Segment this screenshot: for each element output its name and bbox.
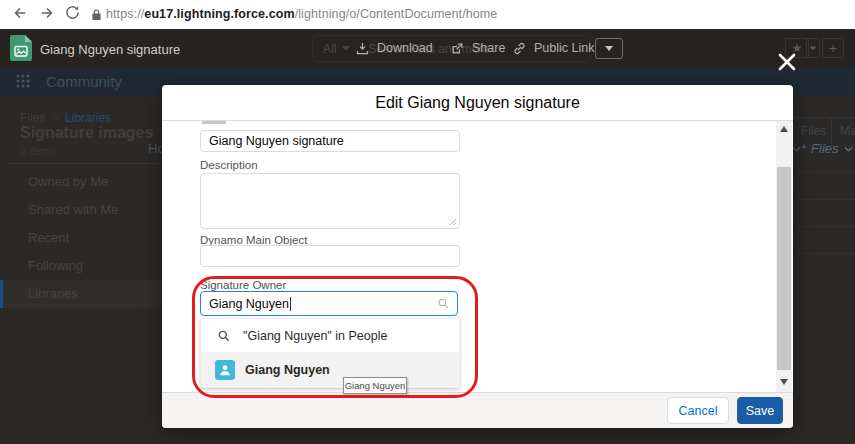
breadcrumb: Files > Libraries (20, 111, 111, 125)
share-icon (450, 41, 465, 56)
bg-tab-files[interactable]: Files (801, 124, 826, 138)
app-launcher-waffle-icon[interactable] (16, 74, 30, 88)
chevron-down-icon (605, 46, 613, 51)
description-label: Description (200, 159, 258, 171)
browser-toolbar: https://eu17.lightning.force.com/lightni… (0, 0, 855, 29)
library-page-title: Signature images (20, 124, 153, 142)
download-button[interactable]: Download (355, 29, 433, 67)
chevron-down-icon (342, 46, 350, 51)
table-row-line (796, 226, 855, 227)
browser-back-icon[interactable] (11, 4, 29, 22)
owner-tooltip: Giang Nguyen (343, 377, 407, 394)
address-bar[interactable]: https://eu17.lightning.force.com/lightni… (106, 7, 497, 21)
download-label: Download (377, 41, 433, 55)
sidebar-item-shared-with-me[interactable]: Shared with Me (28, 196, 148, 224)
link-icon (512, 41, 527, 56)
scroll-up-icon[interactable] (780, 126, 788, 132)
chevron-down-icon (844, 146, 853, 152)
app-name: Community (46, 73, 122, 90)
share-label: Share (472, 41, 505, 55)
public-link-label: Public Link (534, 41, 594, 55)
url-scheme: https:// (106, 7, 144, 21)
sidebar-item-recent[interactable]: Recent (28, 224, 148, 252)
share-button[interactable]: Share (450, 29, 505, 67)
table-row-line (796, 253, 855, 254)
browser-forward-icon[interactable] (38, 4, 56, 22)
modal-header: Edit Giang Nguyen signature (162, 85, 793, 121)
close-icon[interactable] (778, 53, 796, 71)
save-button[interactable]: Save (737, 397, 783, 424)
name-input[interactable] (200, 130, 460, 152)
bg-tab-clipped[interactable]: Ma (840, 124, 855, 138)
active-tab-marker: * (801, 141, 806, 156)
sidebar-item-libraries-selected-row[interactable]: Libraries (0, 280, 162, 308)
modal-scrollbar[interactable] (776, 121, 792, 392)
red-highlight-annotation (192, 276, 478, 398)
url-host: eu17.lightning.force.com (144, 7, 294, 21)
lock-icon (91, 8, 102, 21)
image-file-icon (10, 35, 32, 61)
table-row-line (796, 172, 855, 173)
scroll-down-icon[interactable] (780, 379, 788, 385)
sidebar-item-following[interactable]: Following (28, 252, 148, 280)
file-title: Giang Nguyen signature (40, 42, 180, 57)
tab-strip-border (793, 145, 855, 146)
file-preview-header: Giang Nguyen signature All Search Files … (0, 29, 855, 67)
chevron-down-icon (810, 46, 816, 50)
modal-title: Edit Giang Nguyen signature (375, 94, 580, 112)
public-link-button[interactable]: Public Link (512, 29, 594, 67)
browser-reload-icon[interactable] (64, 4, 81, 21)
add-button[interactable]: + (822, 38, 844, 58)
chevron-down-icon (792, 146, 801, 152)
tab-strip-border (793, 117, 855, 118)
screen: https://eu17.lightning.force.com/lightni… (0, 0, 855, 444)
breadcrumb-libraries-link[interactable]: Libraries (65, 111, 111, 125)
search-scope-label: All (323, 42, 336, 56)
breadcrumb-separator: > (49, 111, 62, 125)
item-count: 2 items (20, 145, 55, 157)
nav-tab-files[interactable]: *Files (801, 141, 853, 156)
sidebar-divider (8, 163, 160, 164)
resize-handle[interactable] (449, 218, 457, 226)
description-textarea[interactable] (200, 173, 460, 229)
table-row-line (796, 199, 855, 200)
cancel-button[interactable]: Cancel (667, 397, 729, 424)
breadcrumb-files-link[interactable]: Files (20, 111, 45, 125)
sidebar-item-owned-by-me[interactable]: Owned by Me (28, 168, 148, 196)
favorites-menu-button[interactable] (806, 38, 820, 58)
url-path: /lightning/o/ContentDocument/home (295, 7, 498, 21)
clipped-field-label (202, 121, 226, 124)
download-icon (355, 41, 370, 56)
selected-indicator (0, 280, 3, 308)
dynamo-main-object-input[interactable] (200, 245, 460, 267)
tab-divider (831, 118, 832, 145)
more-actions-button[interactable] (595, 38, 623, 59)
scrollbar-thumb[interactable] (777, 167, 791, 370)
